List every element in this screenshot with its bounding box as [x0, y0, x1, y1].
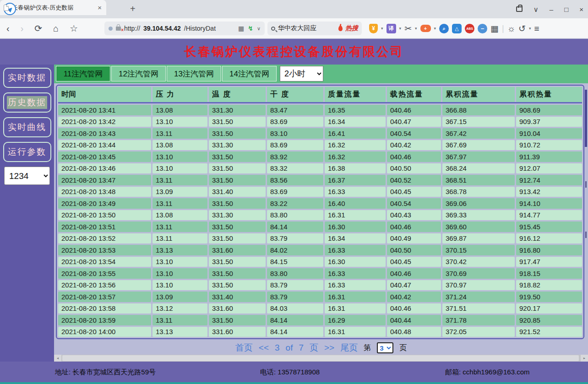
cell-temperature: 331.50 [209, 233, 266, 244]
menu-icon[interactable]: ≡ [534, 24, 539, 33]
interval-select[interactable]: 2小时 [280, 66, 323, 81]
sidebar-item-运行参数[interactable]: 运行参数 [3, 142, 51, 162]
wallet-dropdown-icon[interactable]: ▾ [381, 26, 383, 31]
table-row: 2021-08-20 13:5313.13331.6084.0216.33040… [58, 245, 582, 255]
tab-14注汽管网[interactable]: 14注汽管网 [222, 66, 277, 81]
sidebar-item-历史数据[interactable]: 历史数据 [3, 92, 51, 113]
cell-total-flow: 371.24 [442, 292, 515, 302]
nav-buttons: ‹ › ⟳ ⌂ ☆ [6, 18, 78, 38]
cell-total-flow: 372.05 [442, 327, 515, 337]
cell-mass-flow: 16.40 [325, 198, 386, 209]
hot-search-label[interactable]: 热搜 [345, 24, 358, 32]
site-info-icon[interactable] [109, 27, 113, 31]
cell-heat-flow: 040.46 [387, 268, 441, 279]
cell-mass-flow: 16.35 [325, 105, 386, 115]
cell-temperature: 331.50 [209, 175, 266, 185]
new-tab-button[interactable]: + [130, 4, 136, 14]
tab-title: 长春锅炉仪表-历史数据 [12, 4, 93, 12]
cell-mass-flow: 16.34 [325, 117, 386, 127]
cell-total-heat: 918.15 [516, 268, 582, 279]
cell-dryness: 83.80 [267, 210, 323, 221]
minimize-button[interactable]: – [550, 6, 553, 13]
reload-icon[interactable]: ⟳ [34, 24, 42, 33]
adblock-minus-icon[interactable]: − [478, 24, 487, 33]
cell-total-flow: 371.51 [442, 303, 515, 314]
search-box[interactable]: 华中农大回应 热搜 [267, 22, 362, 35]
tab-12注汽管网[interactable]: 12注汽管网 [111, 66, 166, 81]
cell-dryness: 84.14 [267, 222, 323, 232]
tab-list-chevron-icon[interactable]: ∨ [534, 6, 539, 13]
cell-total-heat: 919.50 [516, 292, 582, 302]
cell-total-heat: 914.10 [516, 198, 582, 209]
theme-sun-icon[interactable]: ☼ [507, 24, 515, 33]
gamepad-icon[interactable]: + [420, 25, 431, 32]
page-favicon-icon [4, 5, 9, 11]
table-row: 2021-08-20 13:5813.12331.6084.0316.31040… [58, 303, 582, 314]
maximize-button[interactable]: □ [564, 6, 568, 13]
next-page-link[interactable]: >> [324, 343, 334, 353]
sidebar-item-label: 实时曲线 [8, 121, 46, 133]
sidebar-item-实时曲线[interactable]: 实时曲线 [3, 117, 51, 137]
wallet-shield-icon[interactable]: ¥ [369, 24, 378, 33]
undo-dropdown-icon[interactable]: ▾ [529, 26, 531, 31]
apps-grid-icon[interactable]: ▦ [490, 24, 499, 33]
first-page-link[interactable]: 首页 [235, 342, 253, 354]
back-icon[interactable]: ‹ [6, 24, 10, 33]
flash-icon[interactable]: ↯ [248, 25, 253, 32]
current-page-number: 3 [275, 343, 280, 353]
triangle-app-icon[interactable]: △ [452, 24, 462, 33]
scrollbar-thumb[interactable] [62, 355, 579, 361]
favorite-star-icon[interactable]: ☆ [70, 24, 78, 33]
forward-icon[interactable]: › [21, 24, 24, 33]
page-footer: 地址: 长春市宽城区西天光路59号 电话: 13578718908 邮箱: cc… [0, 362, 588, 382]
translate-icon[interactable]: 译 [387, 24, 396, 33]
table-row: 2021-08-20 13:5113.11331.5084.1416.30040… [58, 222, 582, 232]
table-row: 2021-08-20 14:0013.13331.6084.1416.31040… [58, 327, 582, 337]
blue-search-icon[interactable]: ⌕ [439, 24, 449, 33]
cell-time: 2021-08-20 13:56 [58, 280, 151, 291]
prev-page-link[interactable]: << [259, 343, 269, 353]
undo-icon[interactable]: ↺ [518, 24, 526, 33]
cell-time: 2021-08-20 13:59 [58, 315, 151, 325]
last-page-link[interactable]: 尾页 [340, 342, 358, 354]
tab-13注汽管网[interactable]: 13注汽管网 [167, 66, 221, 81]
qr-code-icon[interactable]: ▦ [238, 25, 244, 32]
column-header-temperature: 温度 [209, 87, 266, 102]
cell-heat-flow: 040.43 [387, 210, 441, 221]
bottom-accent-strip [0, 382, 588, 384]
shopping-bag-icon[interactable] [516, 6, 523, 12]
home-icon[interactable]: ⌂ [53, 24, 59, 33]
abs-badge-icon[interactable]: ABS [465, 24, 474, 33]
cell-temperature: 331.50 [209, 117, 266, 127]
tab-11注汽管网[interactable]: 11注汽管网 [56, 66, 110, 81]
scroll-left-icon[interactable]: ◂ [54, 355, 61, 362]
pipeline-select[interactable]: 1234 [4, 167, 50, 185]
toolbar-separator: | [502, 24, 504, 33]
cell-total-flow: 370.69 [442, 268, 515, 279]
scroll-right-icon[interactable]: ▸ [581, 355, 588, 362]
cell-temperature: 331.40 [209, 187, 266, 197]
address-bar[interactable]: http://39.104.54.42/HistoryDat ▦ ↯ ∨ [104, 22, 265, 35]
screenshot-scissors-icon[interactable]: ✂ [404, 24, 412, 33]
address-dropdown-icon[interactable]: ∨ [257, 26, 261, 32]
table-row: 2021-08-20 13:5513.10331.5083.8016.33040… [58, 268, 582, 279]
scissors-dropdown-icon[interactable]: ▾ [415, 26, 417, 31]
search-query[interactable]: 华中农大回应 [278, 24, 336, 32]
column-header-mass-flow: 质量流量 [325, 87, 386, 102]
cell-temperature: 331.60 [209, 327, 266, 337]
page-select[interactable]: 3 [377, 342, 393, 353]
cell-heat-flow: 040.50 [387, 245, 441, 255]
translate-dropdown-icon[interactable]: ▾ [399, 26, 402, 31]
sidebar-item-实时数据[interactable]: 实时数据 [3, 68, 51, 88]
clipped-overflow-strip [585, 85, 588, 340]
gamepad-dropdown-icon[interactable]: ▾ [434, 26, 436, 31]
tab-close-icon[interactable]: × [97, 4, 103, 11]
cell-heat-flow: 040.48 [387, 327, 441, 337]
cell-total-flow: 366.88 [442, 105, 515, 115]
table-row: 2021-08-20 13:4313.11331.5083.1016.41040… [58, 128, 582, 139]
cell-time: 2021-08-20 13:52 [58, 233, 151, 244]
horizontal-scrollbar[interactable]: ◂ ▸ [54, 355, 588, 362]
column-header-dryness: 干度 [267, 87, 323, 102]
close-button[interactable]: × [579, 6, 583, 13]
cell-dryness: 84.14 [267, 315, 323, 325]
